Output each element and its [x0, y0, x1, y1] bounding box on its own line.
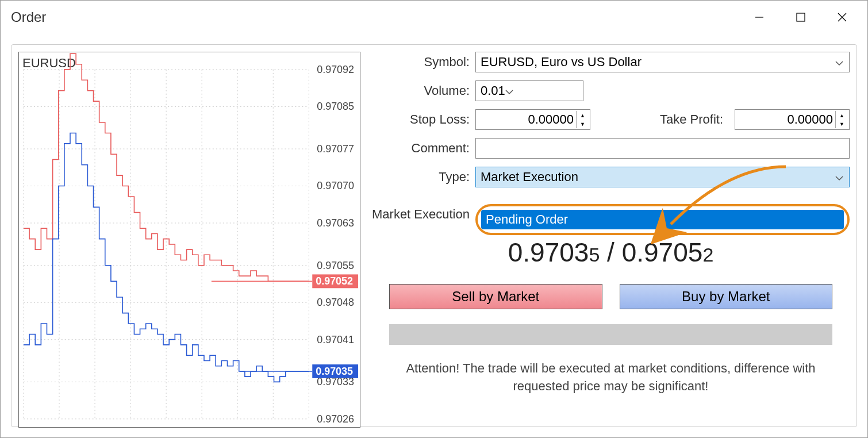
symbol-value: EURUSD, Euro vs US Dollar — [481, 55, 642, 70]
minimize-button[interactable] — [739, 5, 780, 29]
volume-combo[interactable]: 0.01 — [475, 80, 583, 101]
sell-by-market-button[interactable]: Sell by Market — [389, 284, 602, 309]
attention-text: Attention! The trade will be executed at… — [395, 360, 827, 395]
svg-text:0.97035: 0.97035 — [316, 366, 353, 377]
symbol-combo[interactable]: EURUSD, Euro vs US Dollar — [475, 52, 850, 72]
svg-text:0.97063: 0.97063 — [317, 217, 354, 229]
comment-input[interactable] — [475, 138, 850, 159]
stoploss-input[interactable]: 0.00000 ▲▼ — [475, 109, 590, 130]
svg-text:0.97052: 0.97052 — [316, 275, 353, 287]
chevron-down-icon — [835, 170, 843, 185]
buy-by-market-button[interactable]: Buy by Market — [620, 284, 833, 309]
bid-main: 0.9703 — [508, 237, 589, 267]
svg-text:0.97077: 0.97077 — [317, 143, 354, 155]
content-area: EURUSD 0.970920.970850.970770.970700.970… — [11, 44, 857, 427]
svg-text:0.97055: 0.97055 — [317, 260, 354, 271]
type-option-pending[interactable]: Pending Order — [481, 210, 844, 229]
takeprofit-input[interactable]: 0.00000 ▲▼ — [735, 109, 850, 130]
maximize-button[interactable] — [780, 5, 821, 29]
chart-svg: 0.970920.970850.970770.970700.970630.970… — [19, 52, 360, 427]
svg-text:0.97092: 0.97092 — [317, 64, 354, 75]
window-title: Order — [11, 9, 739, 25]
svg-text:0.97085: 0.97085 — [317, 101, 354, 112]
type-combo[interactable]: Market Execution — [475, 167, 850, 187]
chevron-down-icon — [835, 55, 843, 70]
svg-text:0.97048: 0.97048 — [317, 297, 354, 308]
bid-sub: 5 — [589, 244, 600, 266]
price-quote: 0.97035 / 0.97052 — [372, 237, 850, 268]
quote-sep: / — [600, 237, 621, 267]
svg-text:0.97041: 0.97041 — [317, 334, 354, 345]
takeprofit-value: 0.00000 — [740, 112, 833, 127]
spinner-arrows[interactable]: ▲▼ — [576, 111, 589, 128]
order-window: Order EURUSD 0.970920.970850.970770.9707… — [0, 0, 868, 438]
svg-text:0.97026: 0.97026 — [317, 413, 354, 425]
pending-order-highlight: Pending Order — [475, 204, 850, 235]
order-form: Symbol: EURUSD, Euro vs US Dollar Volume… — [372, 52, 850, 420]
stoploss-value: 0.00000 — [481, 112, 574, 127]
close-button[interactable] — [821, 5, 863, 29]
type-value: Market Execution — [481, 170, 578, 185]
takeprofit-label: Take Profit: — [596, 112, 729, 127]
spinner-arrows[interactable]: ▲▼ — [835, 111, 848, 128]
symbol-label: Symbol: — [372, 55, 475, 70]
svg-rect-1 — [797, 13, 805, 21]
svg-text:0.97070: 0.97070 — [317, 180, 354, 191]
stoploss-label: Stop Loss: — [372, 112, 475, 127]
volume-label: Volume: — [372, 83, 475, 98]
volume-value: 0.01 — [481, 83, 505, 98]
tick-chart: EURUSD 0.970920.970850.970770.970700.970… — [18, 52, 360, 428]
ask-sub: 2 — [702, 244, 713, 266]
ask-main: 0.9705 — [622, 237, 703, 267]
chevron-down-icon — [505, 83, 513, 98]
status-bar — [389, 324, 832, 345]
titlebar: Order — [1, 1, 867, 34]
market-execution-group-label: Market Execution — [372, 207, 470, 222]
comment-label: Comment: — [372, 141, 475, 156]
type-label: Type: — [372, 170, 475, 185]
